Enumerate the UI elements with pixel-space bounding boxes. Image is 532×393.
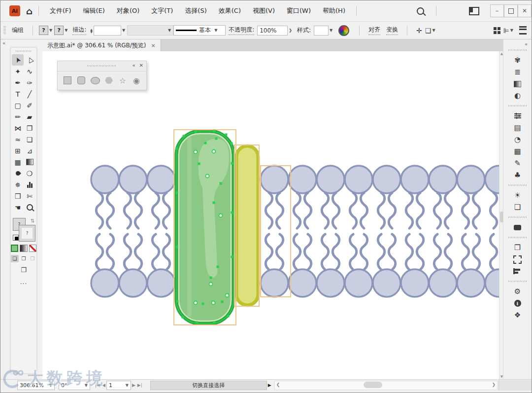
control-bar-grip[interactable]	[3, 26, 6, 35]
comments-panel-icon[interactable]	[503, 221, 532, 233]
stroke-indicator[interactable]: ?	[19, 225, 35, 241]
menu-item[interactable]: 文件(F)	[45, 4, 76, 17]
tab-close-icon[interactable]: ×	[151, 42, 155, 49]
artboards-panel-icon[interactable]: ❏	[503, 201, 532, 213]
control-bar-menu-icon[interactable]	[519, 26, 527, 35]
illustrator-app-icon[interactable]: Ai	[9, 5, 20, 16]
workspace-switcher-icon[interactable]	[448, 8, 457, 14]
chevron-down-icon[interactable]: ▼	[122, 28, 125, 33]
chevron-down-icon[interactable]: ▼	[65, 28, 67, 33]
zoom-tool[interactable]	[24, 202, 35, 213]
slice-tool[interactable]: ✄	[24, 190, 35, 202]
column-graph-tool[interactable]	[24, 179, 35, 190]
style-swatch[interactable]	[314, 26, 329, 36]
minimize-button[interactable]: –	[490, 4, 504, 17]
shape-builder-tool[interactable]: ⊞	[12, 145, 24, 156]
paintbrush-tool[interactable]: ✐	[24, 100, 35, 111]
select-similar-objects-icon[interactable]: ❏	[425, 27, 432, 35]
rotation-select[interactable]: 0°▼	[59, 381, 90, 390]
panel-collapse-icon[interactable]: «	[132, 63, 135, 68]
curvature-tool[interactable]: ✑	[24, 77, 35, 88]
canvas-artwork[interactable]	[42, 51, 499, 379]
chevron-down-icon[interactable]: ▼	[510, 28, 513, 33]
ellipse-shape-tool[interactable]	[90, 75, 100, 86]
last-artboard-icon[interactable]: ▶|	[137, 383, 142, 388]
gradient-panel-icon[interactable]	[503, 78, 532, 90]
lasso-tool[interactable]: ∿	[24, 66, 35, 77]
draw-normal-mode-button[interactable]: ❏	[11, 255, 19, 262]
color-panel-icon[interactable]: ✾	[503, 54, 532, 66]
canvas-area[interactable]: «✕ ☆◉	[42, 51, 499, 379]
dock-group-handle[interactable]	[508, 49, 527, 51]
search-icon[interactable]	[417, 7, 424, 15]
panel-close-icon[interactable]: ✕	[139, 63, 143, 68]
arrange-documents-icon[interactable]	[469, 7, 479, 15]
properties-panel-icon[interactable]	[503, 110, 532, 122]
rectangle-tool[interactable]: ▢	[12, 100, 24, 111]
menu-item[interactable]: 帮助(H)	[318, 4, 350, 17]
transform-panel-icon[interactable]	[503, 253, 532, 265]
layers-panel-icon[interactable]: ❖	[503, 309, 532, 321]
artboard-tool[interactable]: ❒	[12, 190, 24, 202]
selection-tool[interactable]: ➤	[12, 54, 24, 66]
brushes-panel-icon[interactable]: ✎	[503, 157, 532, 169]
reflect-tool[interactable]: ⋈	[12, 122, 24, 134]
scale-tool[interactable]: ❐	[24, 122, 35, 134]
menu-item[interactable]: 对象(O)	[112, 4, 144, 17]
menu-item[interactable]: 窗口(W)	[282, 4, 316, 17]
menu-item[interactable]: 视图(V)	[248, 4, 280, 17]
scroll-left-icon[interactable]: ❮	[276, 382, 280, 387]
scroll-right-icon[interactable]: ❯	[492, 382, 496, 387]
home-icon[interactable]: ⌂	[26, 6, 33, 16]
symbols-panel-icon[interactable]: ♣	[503, 169, 532, 181]
distribute-objects-icon[interactable]: ⊫	[503, 27, 509, 35]
status-display-menu-icon[interactable]: ▶	[268, 383, 271, 388]
none-button[interactable]	[29, 245, 36, 252]
asset-export-panel-icon[interactable]: ⚙	[503, 286, 532, 297]
flare-shape-tool[interactable]: ◉	[131, 75, 142, 86]
type-tool[interactable]: T	[12, 88, 24, 100]
zoom-level-select[interactable]: 306.61%▼	[17, 381, 55, 390]
opacity-expand-arrow[interactable]: ❯	[289, 28, 292, 33]
symbol-sprayer-tool[interactable]: ✵	[12, 179, 24, 190]
panel-drag-handle[interactable]	[16, 50, 32, 52]
dock-group-handle[interactable]	[508, 184, 527, 186]
libraries-panel-icon[interactable]: ▤	[503, 122, 532, 134]
close-button[interactable]: ✕	[518, 4, 532, 17]
horizontal-scrollbar[interactable]: ❮ ❯	[274, 381, 498, 390]
hand-tool[interactable]: ☚	[12, 202, 24, 213]
free-transform-tool[interactable]: ❏	[24, 134, 35, 145]
first-artboard-icon[interactable]: |◀	[95, 383, 100, 388]
previous-artboard-icon[interactable]: ◀	[102, 383, 105, 388]
artboard-number-select[interactable]: 1▼	[106, 381, 131, 390]
transparency-panel-icon[interactable]: ◐	[503, 90, 532, 102]
dock-group-handle[interactable]	[508, 281, 527, 282]
eyedropper-tool[interactable]	[12, 168, 24, 179]
chevron-down-icon[interactable]: ▼	[49, 28, 52, 33]
align-panel-icon[interactable]	[503, 265, 532, 277]
menu-item[interactable]: 选择(S)	[180, 4, 211, 17]
swap-fill-stroke-icon[interactable]: ⇄	[30, 218, 35, 222]
blend-tool[interactable]: ❍	[24, 168, 35, 179]
collapse-toolbar-icon[interactable]: «	[2, 40, 5, 46]
chevron-down-icon[interactable]: ▼	[432, 28, 435, 33]
document-info-panel-icon[interactable]: i	[503, 297, 532, 309]
document-tab[interactable]: 示意图.ai* @ 306.61 % (RGB/预览) ×	[42, 39, 161, 51]
fill-color-swatch[interactable]: ?	[39, 26, 48, 35]
brush-definition-select[interactable]: 基本▼	[173, 25, 226, 36]
rounded-rectangle-shape-tool[interactable]	[76, 75, 87, 86]
maximize-button[interactable]	[504, 4, 518, 17]
screen-mode-button[interactable]: ❐	[19, 266, 29, 274]
dock-group-handle[interactable]	[508, 237, 527, 238]
chevron-down-icon[interactable]: ▼	[330, 28, 332, 33]
color-button[interactable]	[11, 245, 18, 252]
transform-panel-link[interactable]: 变换	[386, 26, 398, 35]
star-shape-tool[interactable]: ☆	[117, 75, 128, 86]
graphic-styles-panel-icon[interactable]: ◔	[503, 134, 532, 145]
swatches-panel-icon[interactable]: ▦	[503, 145, 532, 157]
horizontal-scroll-thumb[interactable]	[364, 382, 382, 388]
eraser-tool[interactable]: ▰	[24, 111, 35, 122]
stroke-color-swatch[interactable]: ?	[54, 26, 64, 35]
pencil-tool[interactable]: ✏	[12, 111, 24, 122]
opacity-panel-link[interactable]: 不透明度:	[229, 26, 254, 35]
